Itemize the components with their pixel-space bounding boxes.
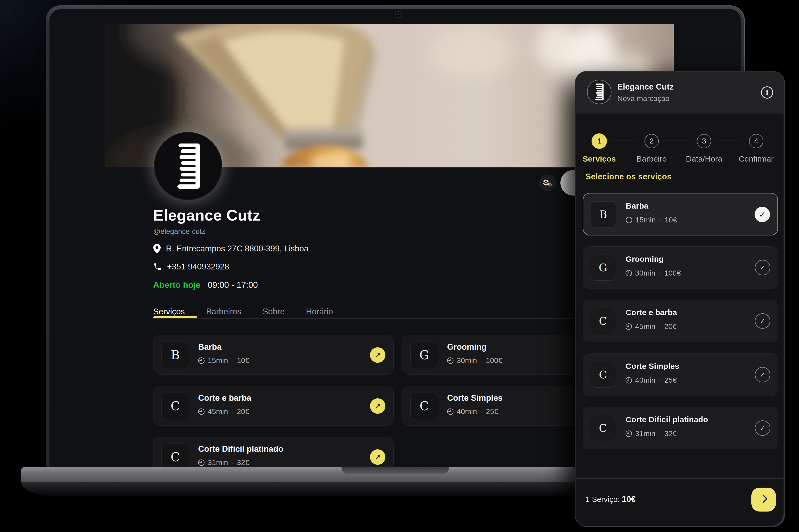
service-title: Grooming xyxy=(447,342,487,352)
tab-sobre[interactable]: Sobre xyxy=(263,307,285,317)
option-barba[interactable]: B Barba 15min · 10€ ✓ xyxy=(583,193,778,235)
footer-divider xyxy=(575,478,784,479)
clock-icon xyxy=(447,408,454,415)
step-2-circle[interactable]: 2 xyxy=(644,134,659,148)
check-icon: ✓ xyxy=(760,424,765,432)
tab-bar: Serviços Barbeiros Sobre Horário xyxy=(153,307,333,317)
brand-logo xyxy=(154,132,222,200)
unselected-check-button[interactable]: ✓ xyxy=(755,420,770,436)
step-2-label[interactable]: Barbeiro xyxy=(636,154,667,164)
summary-value: 10€ xyxy=(622,495,636,504)
service-card-barba[interactable]: B Barba 15min · 10€ ↗ xyxy=(153,335,394,375)
summary-label: 1 Serviço: xyxy=(585,495,620,504)
step-1-circle[interactable]: 1 xyxy=(592,133,607,149)
page-background: ⚙ ⚙ Elegance Cutz @elegance-cutz R. Entr… xyxy=(0,0,799,532)
clock-icon xyxy=(198,408,204,415)
service-initial: C xyxy=(590,415,616,441)
separator-dot: · xyxy=(231,458,234,467)
separator-dot: · xyxy=(231,407,234,416)
unselected-check-button[interactable]: ✓ xyxy=(755,313,770,329)
clock-icon xyxy=(198,459,204,466)
clock-icon xyxy=(625,431,632,437)
service-title: Barba xyxy=(626,202,649,210)
service-card-corte-dificil-platinado[interactable]: C Corte Dificil platinado 31min · 32€ ↗ xyxy=(153,437,394,467)
service-duration: 31min xyxy=(208,458,228,467)
tab-servicos[interactable]: Serviços xyxy=(153,307,185,317)
clock-icon xyxy=(625,270,632,277)
laptop-base-notch xyxy=(342,467,449,474)
clock-icon xyxy=(447,357,454,364)
separator-dot: · xyxy=(658,322,661,331)
tab-horario[interactable]: Horário xyxy=(306,307,333,317)
service-title: Barba xyxy=(198,342,221,352)
settings-button[interactable]: ⚙ ⚙ xyxy=(539,175,556,191)
phone-mockup: Elegance Cutz Nova marcação i 1 2 3 4 Se… xyxy=(575,71,785,527)
option-corte-e-barba[interactable]: C Corte e barba 45min · 20€ ✓ xyxy=(583,300,778,342)
service-initial: B xyxy=(590,202,616,227)
check-icon: ✓ xyxy=(760,264,765,271)
check-icon: ✓ xyxy=(759,210,765,219)
gear-icon-small: ⚙ xyxy=(547,182,552,188)
option-corte-dificil-platinado[interactable]: C Corte Dificil platinado 31min · 32€ ✓ xyxy=(583,407,778,449)
brand-logo-small xyxy=(587,80,612,104)
step-connector xyxy=(662,140,691,141)
service-initial: C xyxy=(411,392,438,420)
tab-barbeiros[interactable]: Barbeiros xyxy=(206,307,241,317)
service-price: 100€ xyxy=(665,269,681,278)
open-service-button[interactable]: ↗ xyxy=(370,398,385,414)
unselected-check-button[interactable]: ✓ xyxy=(755,260,770,275)
unselected-check-button[interactable]: ✓ xyxy=(755,367,770,382)
service-price: 100€ xyxy=(486,356,503,365)
service-meta: 40min · 25€ xyxy=(447,407,498,416)
step-1-label[interactable]: Serviços xyxy=(582,154,616,164)
service-meta: 40min · 25€ xyxy=(625,376,677,384)
service-price: 20€ xyxy=(665,322,677,331)
service-meta: 15min · 10€ xyxy=(626,216,677,224)
opening-hours: Aberto hoje 09:00 - 17:00 xyxy=(153,280,258,290)
separator-dot: · xyxy=(658,376,661,384)
service-initial: B xyxy=(161,341,189,369)
phone-handset-icon xyxy=(153,263,162,271)
phone-text: +351 940932928 xyxy=(167,262,229,271)
service-title: Corte Dificil platinado xyxy=(625,415,708,424)
service-price: 32€ xyxy=(237,458,250,467)
service-price: 32€ xyxy=(665,430,677,438)
arrow-up-right-icon: ↗ xyxy=(374,453,381,462)
next-step-button[interactable] xyxy=(751,488,776,512)
clock-icon xyxy=(625,377,632,383)
step-4-circle[interactable]: 4 xyxy=(749,134,763,148)
service-title: Corte Dificil platinado xyxy=(198,444,283,454)
service-initial: C xyxy=(590,362,616,388)
selected-check-button[interactable]: ✓ xyxy=(755,207,770,222)
service-title: Corte Simples xyxy=(447,393,503,403)
service-duration: 45min xyxy=(635,322,655,331)
separator-dot: · xyxy=(659,216,661,224)
service-meta: 15min · 10€ xyxy=(198,356,249,365)
option-grooming[interactable]: G Grooming 30min · 100€ ✓ xyxy=(583,246,778,289)
service-card-corte-e-barba[interactable]: C Corte e barba 45min · 20€ ↗ xyxy=(153,386,394,426)
separator-dot: · xyxy=(658,269,661,278)
selection-summary: 1 Serviço:10€ xyxy=(585,495,636,504)
service-initial: C xyxy=(161,392,189,420)
open-time: 09:00 - 17:00 xyxy=(208,280,258,290)
service-duration: 45min xyxy=(208,407,228,416)
separator-dot: · xyxy=(480,407,483,416)
step-3-label[interactable]: Data/Hora xyxy=(686,154,722,164)
option-corte-simples[interactable]: C Corte Simples 40min · 25€ ✓ xyxy=(583,354,778,396)
info-button[interactable]: i xyxy=(761,87,773,99)
open-service-button[interactable]: ↗ xyxy=(370,347,385,363)
separator-dot: · xyxy=(480,356,483,365)
open-service-button[interactable]: ↗ xyxy=(370,449,385,465)
service-duration: 30min xyxy=(635,269,655,278)
step-3-circle[interactable]: 3 xyxy=(697,134,711,148)
service-meta: 30min · 100€ xyxy=(447,356,503,365)
service-duration: 40min xyxy=(457,407,477,416)
service-meta: 31min · 32€ xyxy=(198,458,249,467)
step-4-label[interactable]: Confirmar xyxy=(739,154,774,164)
chevron-right-icon xyxy=(759,495,768,503)
page-title: Elegance Cutz xyxy=(153,206,260,224)
location-pin-icon xyxy=(153,244,161,253)
separator-dot: · xyxy=(231,356,234,365)
service-duration: 31min xyxy=(635,430,655,438)
arrow-up-right-icon: ↗ xyxy=(374,401,381,411)
